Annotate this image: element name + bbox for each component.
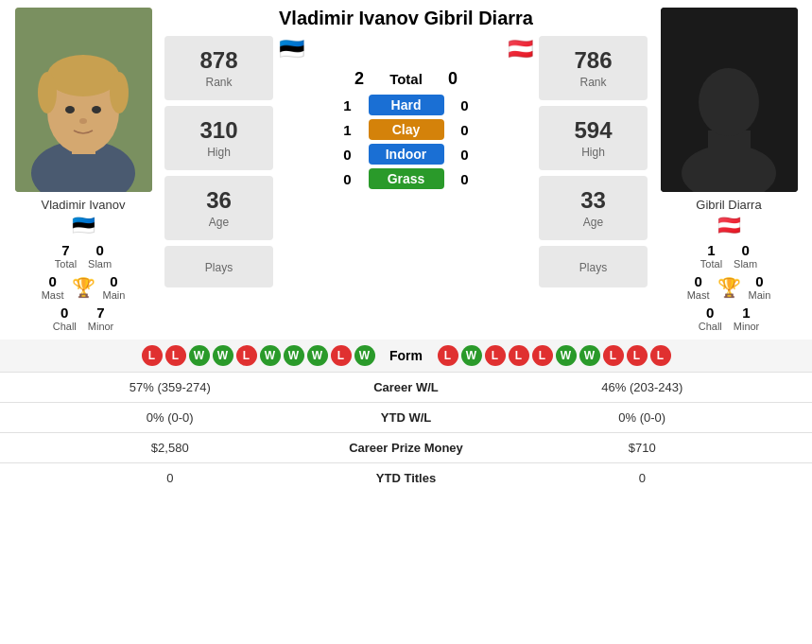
left-slam-value: 0 xyxy=(95,242,103,258)
form-ball: L xyxy=(142,345,163,366)
clay-left: 1 xyxy=(337,122,359,138)
right-form-balls: LWLLLWWLLL xyxy=(438,345,803,366)
form-ball: W xyxy=(354,345,375,366)
left-slam-label: Slam xyxy=(88,258,112,270)
right-chall-label: Chall xyxy=(699,321,722,332)
form-ball: W xyxy=(579,345,600,366)
stats-rows: 57% (359-274) Career W/L 46% (203-243) 0… xyxy=(0,372,812,493)
svg-point-5 xyxy=(38,72,57,113)
right-stats-cards: 786 Rank 594 High 33 Age Plays xyxy=(539,8,648,287)
form-ball: W xyxy=(260,345,281,366)
left-rank-value: 878 xyxy=(199,47,237,74)
form-ball: W xyxy=(284,345,304,366)
left-minor-value: 7 xyxy=(96,305,104,321)
form-ball: L xyxy=(509,345,529,366)
svg-rect-12 xyxy=(708,131,751,178)
left-career-wl: 57% (359-274) xyxy=(9,380,331,394)
header-left-flag: 🇪🇪 xyxy=(279,37,304,61)
right-minor-value: 1 xyxy=(742,305,750,321)
grass-label: Grass xyxy=(369,168,444,189)
svg-point-14 xyxy=(699,68,759,136)
right-career-wl: 46% (203-243) xyxy=(482,380,803,394)
left-rank-label: Rank xyxy=(205,76,232,89)
grass-right: 0 xyxy=(454,171,476,187)
svg-point-9 xyxy=(79,118,87,124)
left-prize: $2,580 xyxy=(9,441,331,455)
left-ytd-titles: 0 xyxy=(9,471,331,485)
clay-right: 0 xyxy=(454,122,476,138)
indoor-label: Indoor xyxy=(369,144,444,165)
left-high-label: High xyxy=(207,146,231,159)
total-right: 0 xyxy=(441,69,464,89)
right-mast-value: 0 xyxy=(694,273,701,289)
left-mast-label: Mast xyxy=(42,289,64,301)
right-rank-value: 786 xyxy=(574,47,612,74)
header-right-flag: 🇦🇹 xyxy=(508,37,533,61)
right-ytd-wl: 0% (0-0) xyxy=(482,410,803,425)
left-player-svg xyxy=(15,8,152,192)
header-right-name: Gibril Diarra xyxy=(423,8,533,29)
header-left-name: Vladimir Ivanov xyxy=(279,8,419,29)
indoor-left: 0 xyxy=(337,147,359,163)
left-player-photo xyxy=(15,8,152,192)
prize-label: Career Prize Money xyxy=(331,441,482,455)
right-ytd-titles: 0 xyxy=(482,471,803,485)
form-ball: L xyxy=(331,345,352,366)
form-ball: L xyxy=(485,345,506,366)
right-rank-label: Rank xyxy=(579,76,606,89)
ytd-wl-label: YTD W/L xyxy=(331,410,482,425)
form-section: LLWWLWWWLW Form LWLLLWWLLL xyxy=(0,339,812,372)
right-main-value: 0 xyxy=(755,273,763,289)
right-age-label: Age xyxy=(583,216,603,229)
ytd-wl-row: 0% (0-0) YTD W/L 0% (0-0) xyxy=(0,402,812,432)
hard-label: Hard xyxy=(369,95,444,115)
right-total-value: 1 xyxy=(707,242,715,258)
left-age-card: 36 Age xyxy=(164,176,273,240)
form-ball: L xyxy=(532,345,553,366)
right-slam-label: Slam xyxy=(734,258,757,270)
right-player-svg xyxy=(661,8,798,192)
left-player-name: Vladimir Ivanov xyxy=(42,198,126,212)
right-player-photo xyxy=(661,8,798,192)
left-plays-card: Plays xyxy=(164,246,273,287)
left-chall-label: Chall xyxy=(53,321,77,332)
left-player-flag: 🇪🇪 xyxy=(72,214,95,236)
right-player-name: Gibril Diarra xyxy=(696,198,761,212)
left-main-label: Main xyxy=(103,289,126,301)
left-stats-cards: 878 Rank 310 High 36 Age Plays xyxy=(164,8,273,287)
left-mast-value: 0 xyxy=(48,273,56,289)
left-total-value: 7 xyxy=(61,242,69,258)
right-total-label: Total xyxy=(700,258,722,270)
clay-label: Clay xyxy=(369,119,444,140)
left-main-value: 0 xyxy=(110,273,117,289)
right-prize: $710 xyxy=(482,441,803,455)
left-rank-card: 878 Rank xyxy=(164,36,273,100)
right-rank-card: 786 Rank xyxy=(539,36,648,100)
form-ball: W xyxy=(189,345,210,366)
right-player-flag: 🇦🇹 xyxy=(717,214,741,236)
right-slam-value: 0 xyxy=(741,242,749,258)
right-age-card: 33 Age xyxy=(539,176,648,240)
career-wl-label: Career W/L xyxy=(331,380,482,394)
right-player-section: Gibril Diarra 🇦🇹 1 Total 0 Slam 0 Mast 🏆 xyxy=(653,8,804,332)
right-mast-label: Mast xyxy=(687,289,710,301)
form-ball: L xyxy=(650,345,671,366)
left-form-balls: LLWWLWWWLW xyxy=(9,345,375,366)
form-ball: W xyxy=(556,345,577,366)
svg-point-7 xyxy=(65,106,75,113)
indoor-right: 0 xyxy=(454,147,476,163)
left-player-section: Vladimir Ivanov 🇪🇪 7 Total 0 Slam 0 Mast… xyxy=(8,8,159,332)
left-high-card: 310 High xyxy=(164,106,273,170)
form-ball: W xyxy=(213,345,233,366)
career-wl-row: 57% (359-274) Career W/L 46% (203-243) xyxy=(0,372,812,402)
right-high-label: High xyxy=(581,146,605,159)
right-high-card: 594 High xyxy=(539,106,648,170)
right-high-value: 594 xyxy=(574,117,612,144)
svg-point-4 xyxy=(47,55,119,96)
right-plays-label: Plays xyxy=(579,261,607,274)
right-age-value: 33 xyxy=(580,187,606,214)
left-minor-label: Minor xyxy=(88,321,114,332)
hard-right: 0 xyxy=(454,97,476,113)
form-ball: W xyxy=(307,345,328,366)
main-container: Vladimir Ivanov 🇪🇪 7 Total 0 Slam 0 Mast… xyxy=(0,0,812,493)
